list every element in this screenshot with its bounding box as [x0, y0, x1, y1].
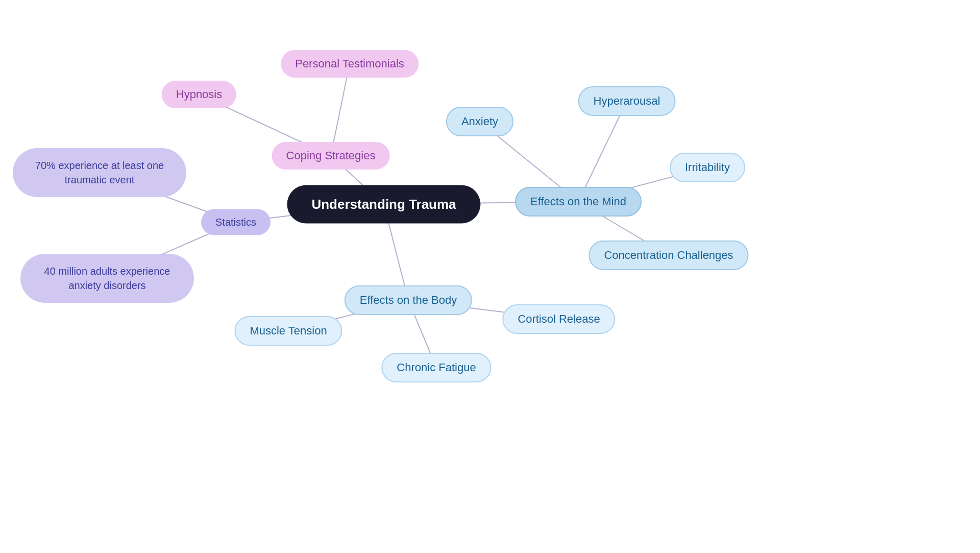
effects-mind-node: Effects on the Mind: [515, 187, 642, 217]
effects-body-node: Effects on the Body: [345, 285, 472, 315]
cortisol-release-node: Cortisol Release: [502, 304, 615, 334]
chronic-fatigue-node: Chronic Fatigue: [381, 353, 491, 382]
muscle-tension-label: Muscle Tension: [250, 324, 327, 338]
irritability-node: Irritability: [670, 153, 745, 182]
coping-strategies-node: Coping Strategies: [272, 142, 390, 170]
hyperarousal-label: Hyperarousal: [594, 94, 660, 108]
anxiety-label: Anxiety: [461, 115, 498, 128]
cortisol-release-label: Cortisol Release: [518, 312, 600, 326]
stat2-node: 40 million adults experience anxiety dis…: [20, 254, 194, 303]
stat1-label: 70% experience at least one traumatic ev…: [28, 158, 171, 187]
stat2-label: 40 million adults experience anxiety dis…: [36, 264, 179, 293]
effects-mind-label: Effects on the Mind: [530, 195, 626, 208]
coping-strategies-label: Coping Strategies: [286, 149, 376, 162]
concentration-challenges-node: Concentration Challenges: [589, 241, 748, 270]
chronic-fatigue-label: Chronic Fatigue: [397, 361, 476, 374]
mindmap-container: Understanding Trauma Coping Strategies P…: [0, 0, 980, 553]
center-node: Understanding Trauma: [287, 185, 480, 224]
anxiety-node: Anxiety: [446, 107, 513, 136]
effects-body-label: Effects on the Body: [360, 294, 457, 307]
muscle-tension-node: Muscle Tension: [234, 316, 342, 346]
hypnosis-node: Hypnosis: [162, 81, 236, 108]
irritability-label: Irritability: [685, 161, 730, 174]
hypnosis-label: Hypnosis: [176, 88, 222, 101]
personal-testimonials-node: Personal Testimonials: [281, 50, 419, 78]
statistics-node: Statistics: [201, 209, 271, 235]
center-label: Understanding Trauma: [311, 197, 456, 212]
concentration-challenges-label: Concentration Challenges: [604, 249, 733, 262]
personal-testimonials-label: Personal Testimonials: [295, 57, 404, 70]
statistics-label: Statistics: [215, 217, 256, 228]
hyperarousal-node: Hyperarousal: [578, 86, 676, 116]
stat1-node: 70% experience at least one traumatic ev…: [13, 148, 186, 197]
